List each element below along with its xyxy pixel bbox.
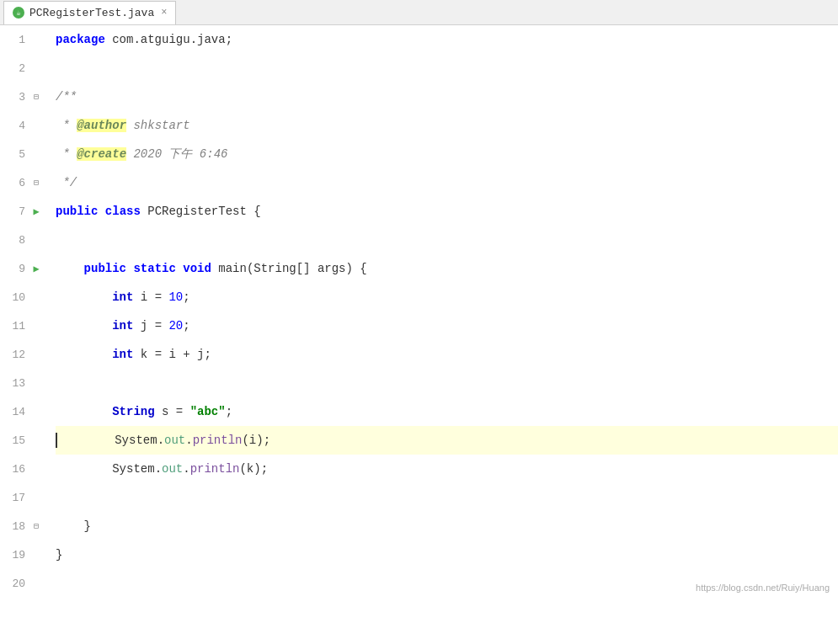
code-line-13 [56,369,838,397]
gutter-row-12: 12 [7,340,42,369]
line-num-19: 19 [7,549,25,562]
code-line-16: System.out.println(k); [56,455,838,483]
code-area: 1 2 3 ⊟ 4 5 [0,25,838,644]
code-line-11: int j = 20; [56,311,838,340]
gutter-icon-19 [30,549,42,561]
text-cursor [56,433,57,448]
line-num-1: 1 [7,34,25,46]
line-num-13: 13 [7,377,25,390]
gutter-row-1: 1 [7,25,42,54]
code-line-17 [56,483,838,512]
line-num-10: 10 [7,291,25,304]
code-line-1: package com.atguigu.java; [56,25,838,54]
gutter-row-18: 18 ⊟ [7,512,42,540]
line-num-15: 15 [7,434,25,447]
line-num-2: 2 [7,62,25,75]
collapse-icon-18[interactable]: ⊟ [30,520,42,532]
code-line-14: String s = "abc"; [56,397,838,426]
tab-label: PCRegisterTest.java [29,7,154,19]
gutter-row-4: 4 [7,111,42,140]
gutter-row-7: 7 ▶ [7,197,42,226]
gutter-row-11: 11 [7,311,42,340]
gutter-row-6: 6 ⊟ [7,168,42,197]
gutter-icon-8 [30,234,42,246]
gutter-row-19: 19 [7,540,42,569]
line-num-20: 20 [7,577,25,590]
code-line-6: */ [56,168,838,197]
line-num-18: 18 [7,520,25,533]
gutter-row-16: 16 [7,455,42,483]
line-num-16: 16 [7,463,25,476]
gutter-row-3: 3 ⊟ [7,82,42,111]
code-line-3: /** [56,82,838,111]
gutter-row-2: 2 [7,54,42,82]
collapse-icon-3[interactable]: ⊟ [30,91,42,103]
java-file-icon: ☕ [13,7,24,19]
run-icon-7[interactable]: ▶ [30,205,42,217]
gutter-row-15: 15 [7,426,42,455]
gutter-icon-17 [30,492,42,503]
gutter-row-10: 10 [7,283,42,311]
code-line-12: int k = i + j; [56,340,838,369]
gutter-row-9: 9 ▶ [7,254,42,283]
gutter-icon-12 [30,349,42,360]
watermark-url: https://blog.csdn.net/Ruiy/Huang [696,583,830,593]
line-gutter: 1 2 3 ⊟ 4 5 [0,25,49,644]
collapse-icon-6[interactable]: ⊟ [30,177,42,189]
gutter-icon-13 [30,377,42,389]
line-num-7: 7 [7,205,25,218]
line-num-17: 17 [7,492,25,504]
gutter-icon-4 [30,120,42,131]
code-line-15: System.out.println(i); [56,426,838,455]
gutter-icon-10 [30,291,42,303]
code-line-9: public static void main(String[] args) { [56,254,838,283]
line-num-8: 8 [7,234,25,247]
gutter-row-17: 17 [7,483,42,512]
code-line-18: } [56,512,838,540]
line-num-4: 4 [7,120,25,132]
gutter-row-8: 8 [7,226,42,254]
code-line-20: https://blog.csdn.net/Ruiy/Huang [56,569,838,598]
code-line-8 [56,226,838,254]
code-line-5: * @create 2020 下午 6:46 [56,140,838,168]
line-num-3: 3 [7,91,25,104]
code-line-10: int i = 10; [56,283,838,311]
line-num-12: 12 [7,349,25,361]
gutter-icon-20 [30,577,42,589]
gutter-row-14: 14 [7,397,42,426]
code-line-7: public class PCRegisterTest { [56,197,838,226]
gutter-icon-2 [30,62,42,74]
gutter-row-20: 20 [7,569,42,598]
line-num-5: 5 [7,148,25,161]
code-line-2 [56,54,838,82]
gutter-icon-16 [30,463,42,475]
tab-close-button[interactable]: × [161,7,167,19]
gutter-icon-5 [30,148,42,160]
gutter-icon-11 [30,320,42,332]
tab-bar: ☕ PCRegisterTest.java × [0,0,838,25]
gutter-row-5: 5 [7,140,42,168]
line-num-11: 11 [7,320,25,333]
code-line-19: } [56,540,838,569]
run-icon-9[interactable]: ▶ [30,263,42,274]
gutter-row-13: 13 [7,369,42,397]
line-num-6: 6 [7,177,25,189]
keyword-package: package [56,33,105,46]
gutter-icon-15 [30,434,42,446]
gutter-icon-14 [30,406,42,418]
code-content[interactable]: package com.atguigu.java; /** * @author … [49,25,838,644]
editor-container: ☕ PCRegisterTest.java × 1 2 3 ⊟ [0,0,838,644]
line-num-9: 9 [7,263,25,275]
editor-tab[interactable]: ☕ PCRegisterTest.java × [3,1,176,24]
code-line-4: * @author shkstart [56,111,838,140]
gutter-icon-1 [30,34,42,45]
line-num-14: 14 [7,406,25,418]
